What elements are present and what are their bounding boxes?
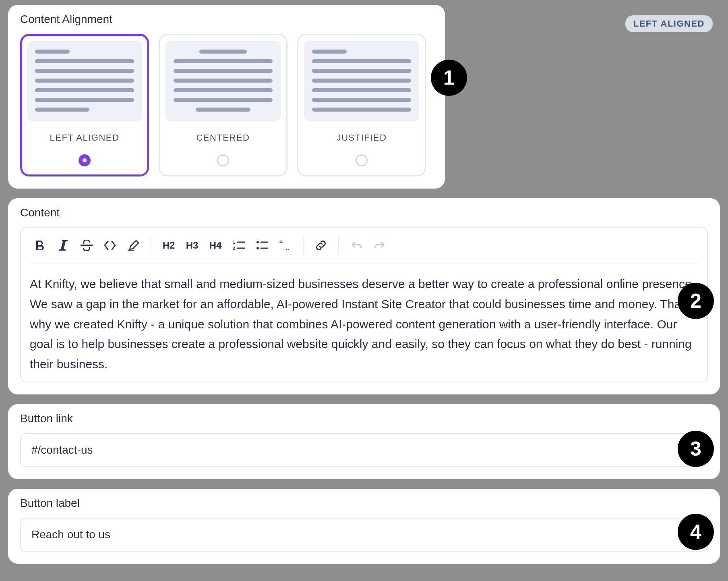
bold-icon <box>35 240 45 251</box>
content-panel: Content H2 H3 H4 12 <box>8 198 720 394</box>
button-link-title: Button link <box>20 412 708 425</box>
alignment-option-left[interactable]: LEFT ALIGNED <box>20 34 149 176</box>
button-label-title: Button label <box>20 497 708 510</box>
alignment-option-justified[interactable]: JUSTIFIED <box>297 34 426 176</box>
button-label-panel: Button label <box>8 489 720 564</box>
annotation-badge-2: 2 <box>678 283 714 319</box>
italic-icon <box>59 240 68 251</box>
alignment-preview-centered <box>165 41 281 121</box>
button-link-input[interactable] <box>20 433 708 467</box>
h4-button[interactable]: H4 <box>205 235 225 255</box>
svg-text:„: „ <box>285 243 290 250</box>
svg-point-3 <box>256 247 259 249</box>
undo-icon <box>351 241 362 250</box>
undo-button[interactable] <box>346 235 366 255</box>
bullet-list-button[interactable] <box>252 235 272 255</box>
highlight-icon <box>127 240 139 251</box>
editor-toolbar: H2 H3 H4 12 “„ <box>30 235 698 264</box>
content-alignment-panel: Content Alignment LEFT ALIGNED <box>8 5 445 189</box>
alignment-title: Content Alignment <box>20 13 433 26</box>
radio-centered[interactable] <box>217 154 229 166</box>
strikethrough-icon <box>81 240 93 251</box>
editor-box: H2 H3 H4 12 “„ At Knifty, we <box>20 227 708 382</box>
button-link-panel: Button link <box>8 404 720 479</box>
redo-button[interactable] <box>370 235 390 255</box>
link-button[interactable] <box>311 235 331 255</box>
alignment-label-centered: CENTERED <box>196 133 250 143</box>
content-title: Content <box>20 206 708 219</box>
h2-button[interactable]: H2 <box>159 235 179 255</box>
annotation-badge-4: 4 <box>678 514 714 550</box>
alignment-preview-justified <box>304 41 419 121</box>
bold-button[interactable] <box>30 235 50 255</box>
italic-button[interactable] <box>53 235 73 255</box>
status-pill: LEFT ALIGNED <box>625 15 713 32</box>
radio-left[interactable] <box>79 154 91 166</box>
redo-icon <box>374 241 385 250</box>
radio-justified[interactable] <box>356 154 368 166</box>
annotation-badge-3: 3 <box>678 431 714 467</box>
blockquote-icon: “„ <box>279 241 292 250</box>
button-label-input[interactable] <box>20 518 708 552</box>
toolbar-separator <box>151 237 151 254</box>
svg-text:“: “ <box>279 241 283 248</box>
alignment-label-left: LEFT ALIGNED <box>50 133 120 143</box>
toolbar-separator <box>338 237 339 254</box>
highlight-button[interactable] <box>123 235 143 255</box>
alignment-options: LEFT ALIGNED CENTERED <box>20 34 433 176</box>
blockquote-button[interactable]: “„ <box>275 235 296 255</box>
svg-text:1: 1 <box>233 240 235 245</box>
ordered-list-button[interactable]: 12 <box>229 235 249 255</box>
link-icon <box>315 239 327 251</box>
alignment-option-centered[interactable]: CENTERED <box>159 34 287 176</box>
h3-button[interactable]: H3 <box>182 235 202 255</box>
alignment-preview-left <box>27 41 142 121</box>
svg-point-2 <box>256 241 259 243</box>
bullet-list-icon <box>256 240 268 251</box>
editor-content[interactable]: At Knifty, we believe that small and med… <box>30 274 698 374</box>
strikethrough-button[interactable] <box>77 235 97 255</box>
code-button[interactable] <box>100 235 120 255</box>
ordered-list-icon: 12 <box>233 240 245 251</box>
code-icon <box>103 241 116 250</box>
svg-text:2: 2 <box>233 246 235 251</box>
annotation-badge-1: 1 <box>431 60 467 96</box>
alignment-label-justified: JUSTIFIED <box>337 133 387 143</box>
toolbar-separator <box>303 237 304 254</box>
